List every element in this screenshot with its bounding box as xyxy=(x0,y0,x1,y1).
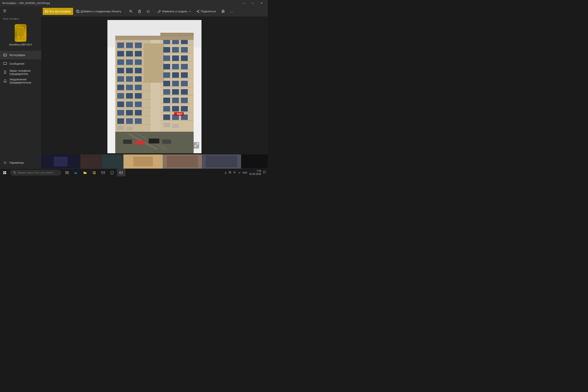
svg-rect-71 xyxy=(163,56,170,61)
svg-point-8 xyxy=(5,162,6,163)
tray-notification-icon[interactable] xyxy=(228,170,232,175)
svg-rect-145 xyxy=(229,172,231,173)
svg-rect-80 xyxy=(163,81,170,86)
sidebar-item-notifications[interactable]: Уведомления (предварительна xyxy=(0,77,41,85)
toolbar-separator-1 xyxy=(125,9,126,14)
svg-rect-109 xyxy=(162,140,171,144)
svg-rect-137 xyxy=(93,173,94,174)
svg-rect-48 xyxy=(135,102,142,107)
thumbnail-6[interactable] xyxy=(202,154,241,168)
taskbar-explorer-button[interactable] xyxy=(81,169,90,176)
add-to-object-button[interactable]: Добавить к созданному объекту xyxy=(74,8,124,15)
sidebar-bottom: Параметры xyxy=(0,156,41,168)
thumbnail-5[interactable] xyxy=(163,154,202,168)
svg-rect-101 xyxy=(160,95,194,96)
svg-rect-108 xyxy=(148,138,159,144)
zoom-button[interactable] xyxy=(127,8,135,15)
svg-point-16 xyxy=(198,12,199,13)
svg-rect-92 xyxy=(163,114,170,120)
edit-create-label: Изменить и создать xyxy=(162,10,188,13)
tray-volume-icon[interactable] xyxy=(233,170,236,175)
title-bar-controls: — □ ✕ xyxy=(239,0,266,6)
svg-rect-133 xyxy=(66,173,67,174)
svg-rect-98 xyxy=(160,70,194,70)
svg-rect-52 xyxy=(117,118,124,124)
photo-viewer: БИСТ xyxy=(41,16,268,154)
more-button[interactable]: ... xyxy=(228,8,236,15)
svg-rect-72 xyxy=(172,56,179,61)
svg-rect-84 xyxy=(172,89,179,95)
sidebar-header: ☰ xyxy=(0,6,41,16)
svg-rect-78 xyxy=(172,72,179,78)
search-input[interactable] xyxy=(18,171,57,174)
building-image: БИСТ xyxy=(108,20,202,153)
share-label: Поделиться xyxy=(201,10,216,13)
svg-rect-138 xyxy=(94,173,96,174)
sidebar-item-settings[interactable]: Параметры xyxy=(0,158,41,167)
delete-button[interactable] xyxy=(136,8,144,15)
svg-rect-40 xyxy=(117,85,124,90)
close-button[interactable]: ✕ xyxy=(257,0,266,6)
taskbar-clock[interactable]: 7:18 01.05.2019 xyxy=(249,170,261,176)
svg-rect-125 xyxy=(206,156,237,168)
svg-rect-115 xyxy=(126,127,133,130)
taskbar-search-box[interactable] xyxy=(10,170,61,176)
svg-rect-82 xyxy=(181,81,188,86)
svg-rect-1 xyxy=(18,28,23,36)
hamburger-icon[interactable]: ☰ xyxy=(3,9,6,13)
taskbar-yourphone-button[interactable] xyxy=(108,169,116,176)
thumbnail-1[interactable] xyxy=(41,154,80,168)
svg-rect-97 xyxy=(160,61,194,62)
tray-up-arrow[interactable]: ∧ xyxy=(224,171,227,175)
svg-rect-50 xyxy=(126,110,133,116)
maximize-button[interactable]: □ xyxy=(248,0,257,6)
taskbar-taskview-button[interactable] xyxy=(63,169,71,176)
svg-point-130 xyxy=(14,172,15,173)
share-button[interactable]: Поделиться xyxy=(194,8,218,15)
svg-rect-25 xyxy=(117,42,124,48)
svg-rect-53 xyxy=(126,118,133,124)
svg-rect-59 xyxy=(115,82,150,83)
taskbar: ∧ ENG xyxy=(0,168,268,176)
clock-date: 01.05.2019 xyxy=(249,173,261,176)
thumbnail-2[interactable] xyxy=(80,154,102,168)
tray-lang[interactable]: ENG xyxy=(242,171,248,174)
svg-rect-121 xyxy=(105,156,120,168)
svg-rect-131 xyxy=(66,171,67,172)
taskbar-photos-button[interactable] xyxy=(117,169,126,176)
thumbnail-4[interactable] xyxy=(124,154,163,168)
expand-button[interactable] xyxy=(194,142,199,148)
print-button[interactable] xyxy=(219,8,227,15)
svg-rect-29 xyxy=(126,51,133,56)
svg-point-141 xyxy=(112,174,112,174)
sidebar-item-messages[interactable]: Сообщения xyxy=(0,60,41,68)
toolbar: Все фотографии Добавить к созданному объ… xyxy=(41,6,268,16)
svg-rect-147 xyxy=(263,171,266,173)
svg-rect-55 xyxy=(115,48,150,49)
svg-rect-76 xyxy=(181,64,188,70)
sidebar-item-screen[interactable]: Экран телефона (предварители xyxy=(0,68,41,77)
taskbar-store-button[interactable] xyxy=(90,169,98,176)
taskbar-edge-button[interactable] xyxy=(72,169,80,176)
thumbnail-3[interactable] xyxy=(102,154,124,168)
svg-rect-61 xyxy=(115,99,150,100)
svg-point-7 xyxy=(5,73,5,73)
start-button[interactable] xyxy=(0,169,10,176)
edit-create-button[interactable]: Изменить и создать xyxy=(156,8,193,15)
svg-rect-112 xyxy=(115,36,194,40)
taskbar-apps xyxy=(63,169,126,176)
tray-notifications-bell[interactable] xyxy=(263,170,266,175)
rotate-button[interactable] xyxy=(144,8,152,15)
sidebar-item-photos[interactable]: Фотографии xyxy=(0,51,41,60)
all-photos-button[interactable]: Все фотографии xyxy=(43,8,73,15)
taskbar-mail-button[interactable] xyxy=(99,169,108,176)
svg-rect-90 xyxy=(172,106,179,112)
sidebar-nav: Фотографии Сообщения Экр xyxy=(0,50,41,156)
svg-rect-132 xyxy=(67,171,68,172)
svg-rect-58 xyxy=(115,74,150,74)
minimize-button[interactable]: — xyxy=(239,0,248,6)
svg-rect-113 xyxy=(160,33,194,36)
phone-thumbnail xyxy=(15,24,26,42)
tray-network-icon[interactable] xyxy=(238,170,241,175)
svg-rect-3 xyxy=(4,54,7,56)
